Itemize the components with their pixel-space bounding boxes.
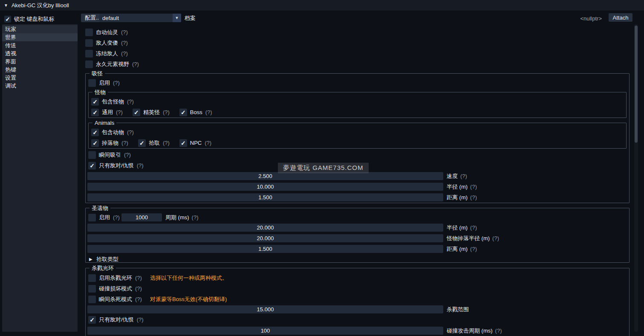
checkbox-box[interactable]: ✓ [91, 139, 99, 147]
check-icon: ✓ [92, 109, 98, 115]
checkbox-elemental-sight[interactable]: 永久元素视野 (?) [85, 60, 139, 68]
checkbox-box[interactable]: ✓ [88, 162, 96, 169]
title-bar: ▼ Akebi-GC 汉化by llliooll [0, 0, 644, 11]
checkbox-common[interactable]: ✓ 通用 (?) [91, 109, 123, 116]
checkbox-box[interactable]: ✓ [91, 109, 99, 116]
field-label-text: 距离 (m) [447, 194, 468, 201]
checkbox-npc[interactable]: ✓ NPC (?) [179, 139, 211, 147]
checkbox-boss[interactable]: ✓ Boss (?) [179, 109, 212, 116]
drag-magnet-speed[interactable]: 2.500 [87, 172, 443, 180]
checkbox-kill-aura-enable[interactable]: 启用杀戮光环 (?) 选择以下任何一种或两种模式。 [88, 274, 228, 282]
drag-label-distance: 距离 (m) (?) [447, 193, 477, 201]
checkbox-box[interactable] [85, 29, 93, 36]
drag-artifact-radius[interactable]: 20.000 [87, 224, 443, 232]
checkbox-box[interactable] [88, 296, 96, 303]
attach-button[interactable]: Attach [609, 13, 632, 22]
help-marker: (?) [492, 235, 499, 241]
monster-options-row: ✓ 通用 (?) ✓ 精英怪 (?) ✓ Boss (?) [91, 108, 219, 116]
checkbox-auto-seelie[interactable]: 自动仙灵 (?) [85, 28, 128, 36]
status-nullptr: <nullptr> [580, 15, 602, 22]
checkbox-box[interactable] [85, 50, 93, 57]
sidebar-item-player[interactable]: 玩家 [2, 25, 78, 33]
field-label-text: 周期 (ms) [165, 214, 189, 221]
checkbox-label: Boss [190, 109, 202, 115]
sidebar-item-hotkeys[interactable]: 热键 [2, 66, 78, 74]
checkbox-label: 只有敌对/仇恨 [99, 162, 134, 169]
checkbox-box[interactable] [88, 274, 96, 282]
checkbox-elite[interactable]: ✓ 精英怪 (?) [133, 109, 170, 116]
check-icon: ✓ [92, 140, 98, 146]
help-marker: (?) [205, 109, 212, 115]
checkbox-instant-attract[interactable]: 瞬间吸引 (?) [88, 151, 131, 159]
check-icon: ✓ [139, 140, 144, 146]
checkbox-box[interactable]: ✓ [4, 16, 11, 23]
drag-value: 2.500 [258, 173, 272, 179]
checkbox-box[interactable] [88, 214, 96, 221]
scrollbar-track[interactable] [634, 24, 638, 332]
checkbox-kill-hostile-only[interactable]: ✓ 只有敌对/仇恨 (?) [88, 316, 144, 324]
sidebar-item-debug[interactable]: 调试 [2, 82, 78, 90]
checkbox-magnet-enable[interactable]: 启用 (?) [88, 79, 120, 87]
checkbox-box[interactable]: ✓ [133, 109, 140, 116]
drag-label-radius: 半径 (m) (?) [447, 183, 477, 191]
tree-pickup-types[interactable]: ▶ 拾取类型 [89, 255, 118, 263]
check-icon: ✓ [181, 140, 186, 146]
checkbox-box[interactable] [88, 285, 96, 293]
drag-magnet-radius[interactable]: 10.000 [87, 183, 443, 191]
chevron-down-icon[interactable]: ▼ [173, 14, 181, 22]
help-marker: (?) [163, 109, 170, 115]
drag-kill-range[interactable]: 15.000 [87, 305, 443, 313]
drag-collision-attack-period[interactable]: 100 [87, 327, 443, 335]
drag-value: 1.500 [258, 246, 272, 252]
checkbox-collision-damage-mode[interactable]: 碰撞损坏模式 (?) [88, 284, 142, 293]
drag-magnet-distance[interactable]: 1.500 [87, 193, 443, 201]
profile-label: 档案 [185, 14, 196, 22]
sidebar-item-settings[interactable]: 设置 [2, 74, 78, 82]
help-marker: (?) [121, 140, 128, 146]
profile-combo[interactable]: default ▼ [99, 14, 181, 22]
help-marker: (?) [460, 173, 467, 179]
checkbox-magnet-hostile-only[interactable]: ✓ 只有敌对/仇恨 (?) [88, 161, 144, 169]
drag-label-speed: 速度 (?) [447, 172, 467, 180]
checkbox-instant-kill-mode[interactable]: 瞬间杀死模式 (?) 对派蒙等Boss无效(不确切翻译) [88, 295, 227, 303]
help-marker: (?) [135, 275, 142, 281]
checkbox-label: 瞬间吸引 [99, 151, 121, 159]
checkbox-box[interactable]: ✓ [91, 98, 99, 106]
checkbox-pickup[interactable]: ✓ 拾取 (?) [138, 139, 170, 147]
lock-keyboard-mouse-checkbox[interactable]: ✓ 锁定 键盘和鼠标 [4, 15, 55, 23]
tree-collapsed-icon[interactable]: ▶ [89, 257, 92, 261]
sidebar-item-esp[interactable]: 透视 [2, 49, 78, 57]
help-marker: (?) [137, 162, 144, 169]
checkbox-box[interactable]: ✓ [91, 129, 99, 136]
checkbox-dumb-enemies[interactable]: 敌人变傻 (?) [85, 39, 128, 47]
checkbox-box[interactable] [85, 60, 93, 68]
checkbox-box[interactable]: ✓ [138, 139, 146, 147]
checkbox-box[interactable]: ✓ [179, 139, 187, 147]
field-label-text: 半径 (m) [447, 183, 468, 191]
drag-artifact-distance[interactable]: 1.500 [87, 245, 443, 253]
group-title: 怪物 [92, 89, 108, 95]
checkbox-box[interactable] [88, 79, 96, 87]
checkbox-label: 敌人变傻 [96, 39, 118, 47]
collapse-icon[interactable]: ▼ [4, 3, 8, 8]
checkbox-label: 冻结敌人 [96, 50, 118, 57]
checkbox-freeze-enemies[interactable]: 冻结敌人 (?) [85, 49, 128, 57]
sidebar-item-ui[interactable]: 界面 [2, 57, 78, 66]
scrollbar-thumb[interactable] [635, 26, 638, 143]
checkbox-include-monsters[interactable]: ✓ 包含怪物 (?) [91, 98, 134, 106]
checkbox-box[interactable]: ✓ [88, 316, 96, 324]
checkbox-box[interactable]: ✓ [179, 109, 187, 116]
sidebar: 玩家 世界 传送 透视 界面 热键 设置 调试 [2, 24, 78, 332]
checkbox-box[interactable] [88, 151, 96, 159]
checkbox-include-animals[interactable]: ✓ 包含动物 (?) [91, 128, 134, 136]
checkbox-artifact-enable[interactable]: 启用 (?) [88, 213, 120, 221]
sidebar-item-world[interactable]: 世界 [2, 33, 78, 41]
sidebar-item-teleport[interactable]: 传送 [2, 41, 78, 49]
checkbox-drops[interactable]: ✓ 掉落物 (?) [91, 139, 128, 147]
checkbox-label: 启用 [99, 214, 110, 221]
checkbox-label: 包含动物 [102, 129, 124, 136]
period-input[interactable]: 1000 [121, 213, 162, 221]
drag-label-artifact-radius: 半径 (m) (?) [447, 224, 477, 232]
checkbox-box[interactable] [85, 39, 93, 47]
drag-monster-drop-radius[interactable]: 20.000 [87, 234, 443, 242]
